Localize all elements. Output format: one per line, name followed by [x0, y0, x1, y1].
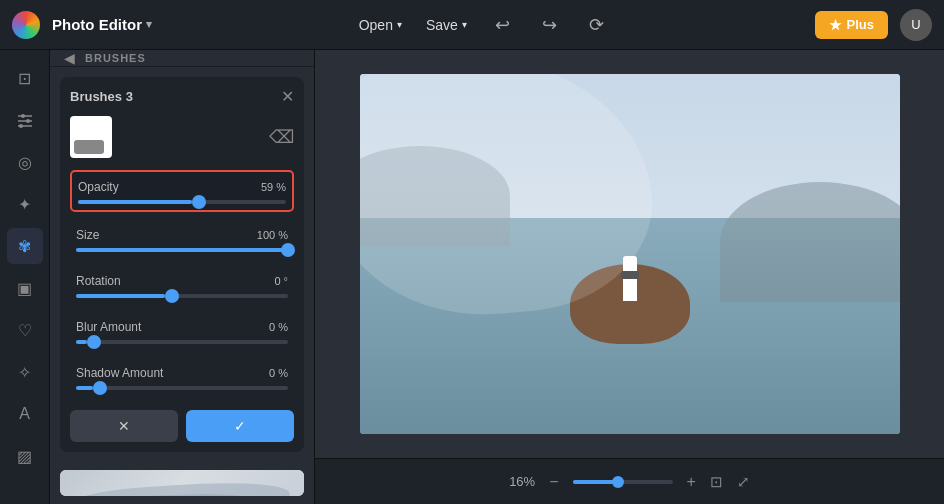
layer-tool[interactable]: ▣	[7, 270, 43, 306]
open-label: Open	[359, 17, 393, 33]
rotation-label-row: Rotation 0 °	[76, 274, 288, 288]
size-slider-thumb[interactable]	[281, 243, 295, 257]
shadow-label-row: Shadow Amount 0 %	[76, 366, 288, 380]
shape-tool[interactable]: ✧	[7, 354, 43, 390]
shadow-slider-section: Shadow Amount 0 %	[70, 358, 294, 396]
opacity-slider-section: Opacity 59 %	[70, 170, 294, 212]
brush-preview	[70, 116, 112, 158]
header-center: Open ▾ Save ▾ ↩ ↪ ⟳	[164, 10, 803, 40]
rotation-slider-track[interactable]	[76, 294, 288, 298]
shadow-value: 0 %	[269, 367, 288, 379]
confirm-button[interactable]: ✓	[186, 410, 294, 442]
plus-star: ★	[829, 17, 842, 33]
opacity-slider-fill	[78, 200, 192, 204]
opacity-slider-track[interactable]	[78, 200, 286, 204]
blur-slider-track[interactable]	[76, 340, 288, 344]
rotation-slider-thumb[interactable]	[165, 289, 179, 303]
blur-label: Blur Amount	[76, 320, 141, 334]
bottom-bar: 16% − + ⊡ ⤢	[315, 458, 944, 504]
brush-mark	[74, 140, 104, 154]
panel-header: ◀ BRUSHES	[50, 50, 314, 67]
undo-button[interactable]: ↩	[491, 10, 514, 40]
blur-slider-thumb[interactable]	[87, 335, 101, 349]
shadow-slider-thumb[interactable]	[93, 381, 107, 395]
plus-label: Plus	[847, 17, 874, 32]
header: Photo Editor ▾ Open ▾ Save ▾ ↩ ↪ ⟳ ★ Plu…	[0, 0, 944, 50]
brush-preview-row: ⌫	[70, 116, 294, 158]
zoom-slider-track[interactable]	[573, 480, 673, 484]
header-actions: ★ Plus U	[815, 9, 932, 41]
save-chevron: ▾	[462, 19, 467, 30]
size-slider-track[interactable]	[76, 248, 288, 252]
brush-mask	[360, 74, 661, 327]
card-header: Brushes 3 ✕	[70, 87, 294, 106]
heart-tool[interactable]: ♡	[7, 312, 43, 348]
avatar[interactable]: U	[900, 9, 932, 41]
star-tool[interactable]: ✦	[7, 186, 43, 222]
blur-value: 0 %	[269, 321, 288, 333]
cancel-button[interactable]: ✕	[70, 410, 178, 442]
shadow-slider-fill	[76, 386, 93, 390]
shadow-label: Shadow Amount	[76, 366, 163, 380]
main-layout: ⊡ ◎ ✦ ✾ ▣ ♡ ✧ A ▨ ◀ BRUSHES Brushes 3	[0, 50, 944, 504]
zoom-slider-thumb[interactable]	[612, 476, 624, 488]
card-actions: ✕ ✓	[70, 410, 294, 442]
opacity-slider-thumb[interactable]	[192, 195, 206, 209]
app-title-text: Photo Editor	[52, 16, 142, 33]
size-slider-section: Size 100 %	[70, 220, 294, 258]
plus-button[interactable]: ★ Plus	[815, 11, 888, 39]
size-label: Size	[76, 228, 99, 242]
canvas-area: 16% − + ⊡ ⤢	[315, 50, 944, 504]
opacity-label-row: Opacity 59 %	[78, 180, 286, 194]
brush-tool[interactable]: ✾	[7, 228, 43, 264]
app-title: Photo Editor ▾	[52, 16, 152, 33]
zoom-out-button[interactable]: −	[549, 473, 558, 491]
opacity-label: Opacity	[78, 180, 119, 194]
card-title: Brushes 3	[70, 89, 133, 104]
frame-view-button[interactable]: ⊡	[710, 473, 723, 491]
canvas-wrapper	[315, 50, 944, 458]
brushes-card: Brushes 3 ✕ ⌫ Opacity 59 %	[60, 77, 304, 452]
save-label: Save	[426, 17, 458, 33]
left-toolbar: ⊡ ◎ ✦ ✾ ▣ ♡ ✧ A ▨	[0, 50, 50, 504]
filter-tool[interactable]: ▨	[7, 438, 43, 474]
crop-tool[interactable]: ⊡	[7, 60, 43, 96]
opacity-value: 59 %	[261, 181, 286, 193]
photo-background	[360, 74, 900, 434]
svg-point-3	[26, 119, 30, 123]
blur-slider-section: Blur Amount 0 %	[70, 312, 294, 350]
zoom-level: 16%	[509, 474, 535, 489]
rotation-slider-section: Rotation 0 °	[70, 266, 294, 304]
shadow-slider-track[interactable]	[76, 386, 288, 390]
brush-thumb-inner	[60, 470, 304, 496]
expand-button[interactable]: ⤢	[737, 473, 750, 491]
size-label-row: Size 100 %	[76, 228, 288, 242]
brush-delete-button[interactable]: ⌫	[269, 126, 294, 148]
save-button[interactable]: Save ▾	[426, 17, 467, 33]
size-slider-fill	[76, 248, 288, 252]
card-close-button[interactable]: ✕	[281, 87, 294, 106]
rotation-label: Rotation	[76, 274, 121, 288]
redo-button[interactable]: ↪	[538, 10, 561, 40]
rotation-value: 0 °	[274, 275, 288, 287]
zoom-in-button[interactable]: +	[687, 473, 696, 491]
photo-frame[interactable]	[360, 74, 900, 434]
photo-container	[360, 74, 900, 434]
panel-back-button[interactable]: ◀	[64, 50, 75, 66]
size-value: 100 %	[257, 229, 288, 241]
panel-title: BRUSHES	[85, 52, 146, 64]
rotation-slider-fill	[76, 294, 165, 298]
brushes-panel: ◀ BRUSHES Brushes 3 ✕ ⌫ Opacity 59 %	[50, 50, 315, 504]
open-button[interactable]: Open ▾	[359, 17, 402, 33]
app-logo	[12, 11, 40, 39]
open-chevron: ▾	[397, 19, 402, 30]
brush-overlay	[360, 74, 900, 434]
svg-point-1	[21, 114, 25, 118]
text-tool[interactable]: A	[7, 396, 43, 432]
rotate-button[interactable]: ⟳	[585, 10, 608, 40]
svg-point-5	[19, 124, 23, 128]
adjust-tool[interactable]	[7, 102, 43, 138]
eye-tool[interactable]: ◎	[7, 144, 43, 180]
brush-thumbnail	[60, 470, 304, 496]
blur-label-row: Blur Amount 0 %	[76, 320, 288, 334]
